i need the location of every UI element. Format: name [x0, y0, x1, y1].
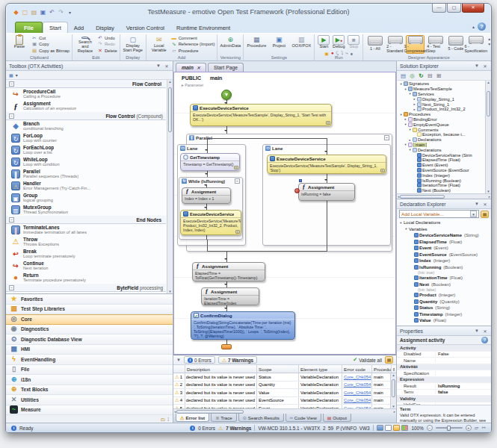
toolbox-filter-caret[interactable]: ▾	[16, 72, 18, 78]
tree-node[interactable]: MeasureTestSample	[398, 87, 484, 92]
property-row[interactable]: Aktivität	[397, 364, 491, 371]
error-list-row[interactable]: ⚠1 The local variable 'Status' is declar…	[173, 373, 390, 382]
document-tab[interactable]: main ✕	[176, 63, 206, 72]
tree-node[interactable]: Next (Boolean)	[398, 188, 484, 193]
run-debug-button[interactable]: ▶●Debug	[332, 35, 345, 49]
declaration-node[interactable]: Quantity (Quantity)	[398, 299, 490, 305]
undo-button[interactable]: ↶Undo	[97, 35, 117, 41]
property-row[interactable]: Specification	[397, 370, 491, 377]
toolbox-item[interactable]: BreakLoop terminate prematurely	[6, 248, 166, 260]
toolbox-scrollbar[interactable]: ▲▼	[167, 80, 173, 293]
solution-scrollbar[interactable]: ▲▼	[485, 81, 491, 193]
run-stop-button[interactable]: ■Stop	[347, 35, 360, 49]
cut-button[interactable]: ✂Cut	[31, 35, 70, 41]
designer-view-button[interactable]: 5 - Code	[446, 35, 465, 54]
tree-node[interactable]: Comments	[398, 127, 484, 132]
designer-view-button[interactable]: 1 - All	[365, 35, 384, 54]
designer-view-button[interactable]: 3 - Compressed	[406, 35, 425, 54]
error-code-link[interactable]: Core_Chk054	[342, 397, 372, 405]
toolbox-category[interactable]: Test Step Libraries	[6, 305, 173, 315]
view-icon[interactable]	[385, 425, 392, 431]
document-tab[interactable]: Start Page	[208, 63, 244, 72]
run-start-button[interactable]: ▶Start	[317, 35, 330, 49]
toolbar-icon[interactable]	[418, 72, 425, 79]
error-table-header[interactable]: Description Scope Element type Error cod…	[173, 365, 396, 373]
node-execute-device-service-stop[interactable]: ExecuteDeviceService ExecuteDeviceServic…	[267, 155, 386, 174]
collapse-icon[interactable]: −	[384, 135, 389, 140]
local-variable-button[interactable]: ✉Local Variable	[149, 35, 170, 54]
fit-page-icon[interactable]: ▱	[475, 425, 478, 431]
designer-view-button[interactable]: 6 - Specification	[466, 35, 485, 54]
toolbox-category[interactable]: Measure	[6, 405, 173, 416]
tree-node[interactable]: Declarations	[398, 147, 484, 152]
expander-icon[interactable]	[413, 102, 416, 106]
property-row[interactable]: Activity	[397, 345, 491, 352]
close-button[interactable]: ✕	[462, 4, 484, 13]
expander-icon[interactable]	[404, 87, 407, 91]
qat-icon[interactable]	[49, 9, 55, 16]
toolbox-item[interactable]: HandlerError Management (Try-Catch-Fin..…	[6, 180, 166, 192]
toolbox-item[interactable]: ReturnTerminate procedure prematurely	[6, 272, 166, 284]
ribbon-tab[interactable]: Add	[68, 22, 90, 33]
title-bar[interactable]: TestMeasure - emotive Open Test Framewor…	[6, 4, 491, 20]
designer-canvas[interactable]: PUBLICmain ▸ Parameter	[173, 72, 396, 355]
end-node[interactable]	[221, 344, 232, 349]
error-scrollbar[interactable]: ▲▼	[390, 373, 396, 408]
ribbon-tab[interactable]: Runtime Environment	[170, 22, 236, 33]
tree-node[interactable]: IterationTime (Float)	[398, 183, 484, 188]
toolbox-section-header[interactable]: − Flow Control(Compound)	[6, 112, 166, 120]
property-row[interactable]: Name	[397, 358, 491, 364]
designer-scroll[interactable]: ▲▼	[487, 35, 491, 54]
view-icon[interactable]	[377, 425, 383, 431]
tree-node[interactable]: Signatures	[398, 81, 484, 87]
toolbox-item[interactable]: AssignmentCalculation of an expression	[6, 100, 166, 112]
toolbox-category[interactable]: Favorites	[6, 294, 173, 305]
toolbox-item[interactable]: MutexGroupThread Synchronization	[6, 204, 166, 216]
qat-icon[interactable]	[31, 9, 37, 16]
ribbon-tab[interactable]: Start	[43, 22, 68, 33]
declaration-node[interactable]: Local Declarations	[398, 220, 490, 226]
declaration-node[interactable]: IsRunning (Boolean)	[398, 264, 490, 271]
tree-node[interactable]: main	[398, 143, 484, 148]
toolbox-category[interactable]: Text Blocks	[6, 385, 173, 396]
expander-icon[interactable]	[399, 82, 403, 86]
tree-node[interactable]: BindingError	[398, 117, 484, 122]
node-execute-device-service-loop[interactable]: ExecuteDeviceService ExecuteDeviceServic…	[180, 210, 241, 235]
zoom-slider-thumb[interactable]	[447, 426, 451, 431]
warnings-toggle[interactable]: ⚠7 Warnings	[218, 356, 258, 364]
validate-all-button[interactable]: ✓Validate all	[353, 357, 382, 363]
toolbox-category[interactable]: Core	[6, 314, 173, 325]
help-icon[interactable]: ?	[478, 22, 486, 31]
qat-icon[interactable]	[40, 9, 46, 16]
toolbox-item[interactable]: TerminateLanesImmediate termination of a…	[6, 224, 166, 236]
property-row[interactable]: Result IsRunning	[397, 383, 491, 390]
file-tab[interactable]: File	[15, 22, 43, 33]
status-errors[interactable]: 0 Errors	[198, 426, 215, 431]
view-icon[interactable]	[393, 425, 400, 431]
view-icon[interactable]	[401, 425, 408, 431]
property-row[interactable]: Term false	[397, 390, 491, 396]
chevron-down-icon[interactable]: ▾	[470, 211, 477, 217]
ribbon-tab[interactable]: Display	[90, 22, 120, 33]
declaration-node[interactable]: Status (String)	[398, 305, 490, 311]
declaration-node[interactable]: Event (Event)	[398, 245, 490, 252]
toolbox-item[interactable]: ForLoopLoop with counter	[6, 132, 166, 144]
tree-node[interactable]: Procedures	[398, 112, 484, 117]
expander-icon[interactable]	[404, 227, 408, 231]
tree-node[interactable]: Next_String_1	[398, 102, 484, 107]
tree-node[interactable]: EmptyEventQueue	[398, 122, 484, 127]
declaration-node[interactable]: Timestamp (Integer)	[398, 311, 490, 318]
declaration-node[interactable]: Next (Boolean)	[398, 281, 490, 288]
add-variable-button[interactable]: ▦	[481, 211, 489, 218]
expander-icon[interactable]	[408, 148, 412, 152]
error-code-link[interactable]: Core_Chk054	[342, 382, 372, 389]
close-icon[interactable]: ✕	[164, 63, 170, 69]
expander-icon[interactable]	[408, 138, 412, 142]
copy-bitmap-button[interactable]: ▤Copy as Bitmap	[31, 48, 70, 54]
property-row[interactable]: Disabled False	[397, 352, 491, 358]
tree-node[interactable]: Exception, because t...	[398, 132, 484, 137]
tree-node[interactable]: Declarations	[398, 137, 484, 143]
zoom-in-button[interactable]: +	[466, 425, 472, 431]
pin-icon[interactable]: ▼	[474, 63, 480, 68]
start-node[interactable]: ▼	[221, 90, 232, 100]
